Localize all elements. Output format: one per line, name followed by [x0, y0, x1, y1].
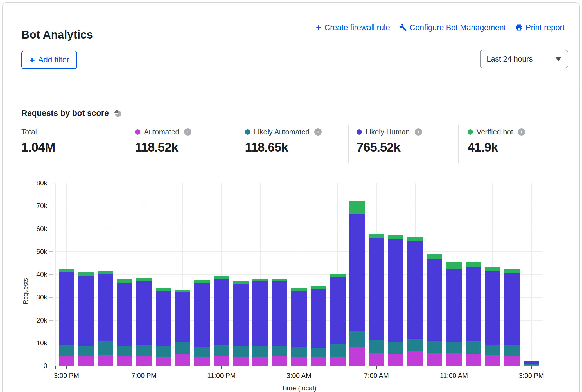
bar-segment-verified-bot[interactable]: [214, 276, 229, 279]
bar-300pm[interactable]: [59, 269, 74, 366]
bar-segment-verified-bot[interactable]: [485, 267, 500, 271]
bar-segment-verified-bot[interactable]: [233, 281, 249, 284]
bar-segment-likely-human[interactable]: [272, 281, 287, 346]
info-icon[interactable]: i: [184, 128, 191, 136]
bar-segment-likely-automated[interactable]: [98, 341, 113, 355]
bar-segment-verified-bot[interactable]: [175, 290, 190, 293]
bar-1000pm[interactable]: [194, 280, 210, 366]
bar-200pm[interactable]: [504, 269, 520, 366]
bar-segment-likely-automated[interactable]: [291, 347, 307, 357]
bar-segment-likely-automated[interactable]: [214, 345, 229, 356]
bar-800pm[interactable]: [156, 288, 171, 366]
bar-700am[interactable]: [369, 234, 384, 366]
bar-1200pm[interactable]: [466, 262, 481, 366]
bar-segment-likely-automated[interactable]: [59, 345, 74, 355]
bar-1100am[interactable]: [446, 262, 462, 366]
bar-segment-likely-automated[interactable]: [194, 347, 210, 357]
bar-1200am[interactable]: [233, 281, 249, 366]
bar-segment-likely-human[interactable]: [427, 259, 442, 341]
bar-segment-verified-bot[interactable]: [136, 278, 152, 281]
bar-segment-likely-human[interactable]: [233, 284, 249, 346]
bar-100pm[interactable]: [485, 267, 500, 366]
bar-segment-likely-automated[interactable]: [272, 346, 287, 356]
bar-segment-likely-human[interactable]: [388, 239, 403, 342]
bar-segment-likely-automated[interactable]: [446, 342, 462, 353]
bar-segment-likely-human[interactable]: [407, 241, 423, 339]
bar-100am[interactable]: [252, 279, 268, 366]
bar-segment-likely-automated[interactable]: [175, 342, 190, 354]
bar-segment-automated[interactable]: [369, 353, 384, 366]
bar-700pm[interactable]: [136, 278, 152, 366]
bar-500pm[interactable]: [98, 271, 113, 366]
bar-segment-verified-bot[interactable]: [349, 201, 365, 214]
bar-segment-likely-automated[interactable]: [369, 340, 384, 354]
bar-segment-verified-bot[interactable]: [252, 279, 268, 281]
bar-segment-verified-bot[interactable]: [78, 272, 94, 276]
bar-segment-automated[interactable]: [194, 357, 210, 366]
bar-200am[interactable]: [272, 279, 287, 366]
bar-segment-likely-human[interactable]: [485, 271, 500, 345]
bar-segment-automated[interactable]: [388, 354, 403, 366]
create-firewall-rule-link[interactable]: + Create firewall rule: [316, 23, 390, 32]
bar-segment-automated[interactable]: [272, 356, 287, 366]
bar-segment-verified-bot[interactable]: [504, 269, 520, 273]
bar-segment-likely-human[interactable]: [59, 272, 74, 345]
bar-segment-likely-human[interactable]: [349, 214, 365, 331]
time-range-select[interactable]: Last 24 hours: [480, 50, 568, 68]
bar-segment-likely-human[interactable]: [504, 273, 520, 345]
bar-segment-automated[interactable]: [311, 357, 326, 366]
bar-segment-automated[interactable]: [349, 347, 365, 366]
bar-segment-automated[interactable]: [78, 356, 94, 366]
bar-segment-likely-automated[interactable]: [427, 341, 442, 353]
bar-1100pm[interactable]: [214, 276, 229, 366]
bar-segment-likely-human[interactable]: [369, 238, 384, 340]
bar-segment-automated[interactable]: [117, 356, 132, 366]
print-report-link[interactable]: Print report: [515, 23, 565, 32]
bar-segment-automated[interactable]: [252, 357, 268, 366]
bar-800am[interactable]: [388, 235, 403, 366]
bar-segment-likely-automated[interactable]: [407, 339, 423, 352]
bar-segment-verified-bot[interactable]: [369, 234, 384, 238]
bar-900pm[interactable]: [175, 290, 190, 366]
bar-segment-likely-human[interactable]: [194, 283, 210, 347]
bar-segment-likely-automated[interactable]: [485, 345, 500, 355]
bar-segment-likely-automated[interactable]: [311, 348, 326, 357]
bar-segment-automated[interactable]: [407, 351, 423, 366]
bar-segment-likely-automated[interactable]: [117, 346, 132, 356]
bar-segment-likely-human[interactable]: [98, 274, 113, 341]
bar-segment-likely-human[interactable]: [330, 277, 346, 344]
bar-segment-verified-bot[interactable]: [194, 280, 210, 283]
bar-segment-automated[interactable]: [427, 353, 442, 366]
bar-segment-automated[interactable]: [504, 356, 520, 366]
bar-1000am[interactable]: [427, 254, 442, 366]
bar-900am[interactable]: [407, 237, 423, 366]
bar-segment-verified-bot[interactable]: [330, 274, 346, 277]
bar-segment-automated[interactable]: [233, 357, 249, 366]
bar-segment-likely-human[interactable]: [252, 281, 268, 346]
bar-segment-verified-bot[interactable]: [407, 237, 423, 241]
bar-segment-likely-automated[interactable]: [156, 346, 171, 357]
bar-300pm[interactable]: [524, 361, 539, 366]
bar-segment-automated[interactable]: [175, 354, 190, 366]
bar-segment-automated[interactable]: [291, 357, 307, 366]
bar-segment-likely-human[interactable]: [78, 276, 94, 346]
bar-segment-verified-bot[interactable]: [291, 288, 307, 291]
bar-segment-likely-human[interactable]: [291, 291, 307, 347]
bar-segment-verified-bot[interactable]: [466, 262, 481, 267]
bar-segment-verified-bot[interactable]: [311, 286, 326, 289]
info-icon[interactable]: i: [518, 128, 525, 136]
bar-400pm[interactable]: [78, 272, 94, 366]
bar-segment-likely-automated[interactable]: [136, 345, 152, 356]
bar-segment-automated[interactable]: [446, 353, 462, 366]
bar-segment-likely-automated[interactable]: [504, 345, 520, 356]
bar-segment-likely-automated[interactable]: [466, 341, 481, 354]
bar-segment-verified-bot[interactable]: [272, 279, 287, 281]
bar-segment-verified-bot[interactable]: [427, 254, 442, 259]
bar-segment-automated[interactable]: [156, 357, 171, 366]
bar-segment-likely-human[interactable]: [214, 279, 229, 345]
bar-segment-likely-human[interactable]: [175, 292, 190, 342]
bar-segment-verified-bot[interactable]: [446, 262, 462, 269]
bar-segment-verified-bot[interactable]: [98, 271, 113, 274]
bar-segment-automated[interactable]: [485, 355, 500, 366]
bar-segment-automated[interactable]: [466, 354, 481, 366]
